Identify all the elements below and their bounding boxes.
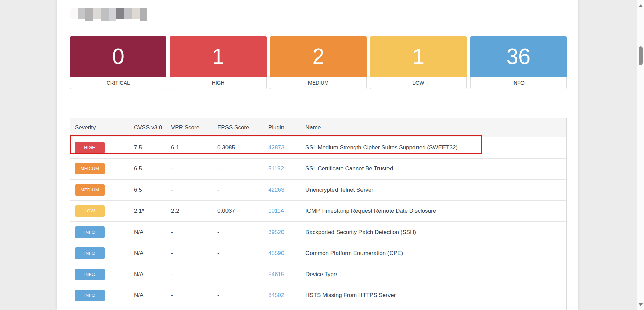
report-sheet: 0CRITICAL1HIGH2MEDIUM1LOW36INFO Severity… xyxy=(57,0,578,310)
severity-badge: INFO xyxy=(75,269,105,280)
summary-card-high: 1HIGH xyxy=(170,36,266,89)
severity-cell: LOW xyxy=(70,205,129,217)
severity-cell: MEDIUM xyxy=(70,163,129,174)
plugin-link[interactable]: 45590 xyxy=(268,250,284,256)
column-header-cvss-v3-0: CVSS v3.0 xyxy=(129,124,166,131)
severity-badge: HIGH xyxy=(75,142,105,153)
table-row[interactable]: INFON/A--39520Backported Security Patch … xyxy=(70,221,566,243)
severity-badge: MEDIUM xyxy=(75,184,105,196)
redacted-block xyxy=(132,8,140,19)
table-row[interactable]: MEDIUM6.5--42263Unencrypted Telnet Serve… xyxy=(70,179,566,200)
table-row[interactable]: INFON/A--45590Common Platform Enumeratio… xyxy=(70,243,566,264)
redacted-block xyxy=(70,8,78,19)
finding-name-cell: Backported Security Patch Detection (SSH… xyxy=(301,229,566,236)
summary-cards: 0CRITICAL1HIGH2MEDIUM1LOW36INFO xyxy=(70,36,567,89)
epss-cell: - xyxy=(213,292,264,299)
plugin-cell: 84502 xyxy=(264,292,301,299)
scrollbar-thumb[interactable] xyxy=(639,46,643,65)
findings-table-body: HIGH7.56.10.308542873SSL Medium Strength… xyxy=(70,137,566,310)
plugin-cell: 42873 xyxy=(264,144,301,151)
plugin-cell: 10114 xyxy=(264,208,301,214)
severity-badge: MEDIUM xyxy=(75,163,105,174)
redacted-block xyxy=(109,8,116,21)
column-header-name: Name xyxy=(301,124,566,131)
findings-table: SeverityCVSS v3.0VPR ScoreEPSS ScorePlug… xyxy=(70,118,567,310)
cvss-cell: 2.1* xyxy=(129,208,166,214)
severity-cell: INFO xyxy=(70,290,129,301)
finding-name-cell: SSL Certificate Cannot Be Trusted xyxy=(301,165,566,172)
epss-cell: - xyxy=(213,187,264,193)
plugin-link[interactable]: 84502 xyxy=(268,292,284,299)
severity-badge: LOW xyxy=(75,205,105,217)
plugin-link[interactable]: 54615 xyxy=(268,271,284,278)
severity-cell: MEDIUM xyxy=(70,184,129,196)
plugin-link[interactable]: 39520 xyxy=(268,229,284,235)
severity-cell: HIGH xyxy=(70,142,129,153)
findings-table-header: SeverityCVSS v3.0VPR ScoreEPSS ScorePlug… xyxy=(70,118,566,137)
summary-card-low: 1LOW xyxy=(370,36,466,89)
epss-cell: - xyxy=(213,271,264,278)
summary-label: CRITICAL xyxy=(70,77,166,89)
table-row[interactable]: LOW2.1*2.20.003710114ICMP Timestamp Requ… xyxy=(70,200,566,222)
column-header-vpr-score: VPR Score xyxy=(166,124,213,131)
table-row[interactable]: INFON/A--54615Device Type xyxy=(70,264,566,285)
summary-count: 2 xyxy=(270,36,367,77)
cvss-cell: 7.5 xyxy=(129,144,166,151)
table-row[interactable]: HIGH7.56.10.308542873SSL Medium Strength… xyxy=(70,137,566,158)
table-row[interactable]: MEDIUM6.5--51192SSL Certificate Cannot B… xyxy=(70,158,566,180)
summary-label: HIGH xyxy=(170,77,266,89)
redacted-block xyxy=(116,8,124,19)
severity-badge: INFO xyxy=(75,247,105,259)
epss-cell: - xyxy=(213,165,264,172)
plugin-cell: 42263 xyxy=(264,187,301,193)
column-header-severity: Severity xyxy=(70,124,129,131)
summary-card-medium: 2MEDIUM xyxy=(270,36,367,89)
plugin-cell: 54615 xyxy=(264,271,301,278)
plugin-link[interactable]: 10114 xyxy=(268,208,284,214)
summary-label: MEDIUM xyxy=(270,77,367,89)
plugin-link[interactable]: 51192 xyxy=(268,165,284,172)
vpr-cell: - xyxy=(166,165,213,172)
epss-cell: - xyxy=(213,250,264,257)
summary-label: LOW xyxy=(370,77,466,89)
table-row[interactable]: INFON/A--84502HSTS Missing From HTTPS Se… xyxy=(70,285,566,306)
finding-name-cell: SSL Medium Strength Cipher Suites Suppor… xyxy=(301,144,566,151)
plugin-link[interactable]: 42873 xyxy=(268,144,284,151)
severity-cell: INFO xyxy=(70,269,129,280)
scroll-up-icon[interactable] xyxy=(638,4,643,7)
scan-report-page: { "redacted_title": { "blocks": [ {"colo… xyxy=(0,0,644,310)
scroll-down-icon[interactable] xyxy=(638,303,643,306)
vpr-cell: - xyxy=(166,292,213,299)
summary-label: INFO xyxy=(470,77,567,89)
cvss-cell: N/A xyxy=(129,271,166,278)
finding-name-cell: ICMP Timestamp Request Remote Date Discl… xyxy=(301,208,566,214)
finding-name-cell: Device Type xyxy=(301,271,566,278)
finding-name-cell: Common Platform Enumeration (CPE) xyxy=(301,250,566,257)
vpr-cell: 6.1 xyxy=(166,144,213,151)
cvss-cell: N/A xyxy=(129,250,166,257)
table-row[interactable]: INFO xyxy=(70,306,566,310)
vpr-cell: - xyxy=(166,271,213,278)
summary-count: 1 xyxy=(370,36,466,77)
vpr-cell: - xyxy=(166,250,213,257)
epss-cell: 0.0037 xyxy=(213,208,264,214)
summary-count: 0 xyxy=(70,36,166,77)
summary-count: 36 xyxy=(470,36,567,77)
redacted-block xyxy=(93,8,101,19)
column-header-plugin: Plugin xyxy=(264,124,301,131)
cvss-cell: N/A xyxy=(129,229,166,236)
redacted-block xyxy=(78,8,85,19)
redacted-block xyxy=(140,8,147,21)
plugin-cell: 45590 xyxy=(264,250,301,257)
plugin-link[interactable]: 42263 xyxy=(268,187,284,193)
redacted-block xyxy=(124,8,132,19)
epss-cell: 0.3085 xyxy=(213,144,264,151)
severity-cell: INFO xyxy=(70,226,129,238)
finding-name-cell: HSTS Missing From HTTPS Server xyxy=(301,292,566,299)
plugin-cell: 39520 xyxy=(264,229,301,236)
summary-card-critical: 0CRITICAL xyxy=(70,36,166,89)
vpr-cell: - xyxy=(166,187,213,193)
severity-cell: INFO xyxy=(70,247,129,259)
browser-scrollbar[interactable] xyxy=(637,0,644,310)
epss-cell: - xyxy=(213,229,264,236)
